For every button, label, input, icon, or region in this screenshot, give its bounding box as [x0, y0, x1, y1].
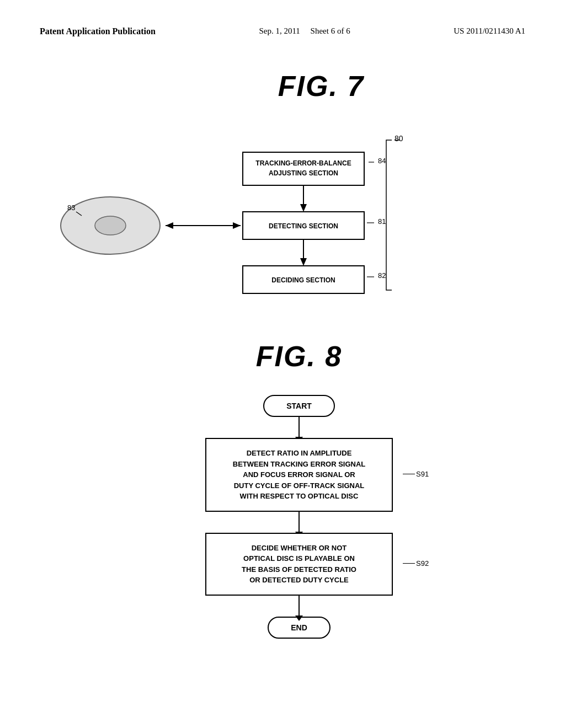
svg-text:83: 83 — [67, 204, 75, 212]
header-sheet: Sheet 6 of 6 — [311, 26, 350, 35]
step-s91-box: DETECT RATIO IN AMPLITUDEBETWEEN TRACKIN… — [205, 438, 393, 512]
ref-s91: S91 — [398, 465, 431, 484]
step-s92-box: DECIDE WHETHER OR NOTOPTICAL DISC IS PLA… — [205, 533, 393, 596]
svg-text:S92: S92 — [416, 559, 429, 567]
fig7-title: FIG. 7 — [278, 70, 364, 102]
step-s92-text: DECIDE WHETHER OR NOTOPTICAL DISC IS PLA… — [242, 544, 356, 585]
svg-text:TRACKING-ERROR-BALANCE: TRACKING-ERROR-BALANCE — [255, 159, 351, 167]
header-patent-number: US 2011/0211430 A1 — [454, 26, 525, 36]
ref-s92-svg: S92 — [398, 555, 431, 571]
step-s92-wrapper: DECIDE WHETHER OR NOTOPTICAL DISC IS PLA… — [205, 533, 393, 596]
svg-text:S91: S91 — [416, 469, 429, 478]
svg-marker-8 — [300, 204, 307, 212]
step-s91-wrapper: DETECT RATIO IN AMPLITUDEBETWEEN TRACKIN… — [205, 438, 393, 512]
page-header: Patent Application Publication Sep. 1, 2… — [0, 0, 565, 36]
fig7-svg: 80 84 TRACKING-ERROR-BALANCE ADJUSTING S… — [33, 125, 508, 312]
fig7-title-area: FIG. 7 — [77, 69, 565, 103]
header-date: Sep. 1, 2011 — [259, 26, 300, 35]
start-box: START — [263, 395, 335, 417]
svg-marker-21 — [233, 222, 241, 229]
fig7-diagram: 80 84 TRACKING-ERROR-BALANCE ADJUSTING S… — [33, 125, 565, 312]
svg-text:82: 82 — [378, 271, 386, 280]
step-s91-text: DETECT RATIO IN AMPLITUDEBETWEEN TRACKIN… — [233, 449, 366, 500]
svg-text:81: 81 — [378, 217, 386, 226]
fig8-title-area: FIG. 8 — [33, 340, 565, 373]
svg-text:DETECTING SECTION: DETECTING SECTION — [269, 222, 338, 230]
svg-text:DECIDING SECTION: DECIDING SECTION — [271, 276, 335, 284]
fig7-container: FIG. 7 80 84 TRACKING-ERROR-BALANCE ADJU… — [0, 69, 565, 312]
start-label: START — [286, 402, 312, 410]
svg-marker-14 — [300, 258, 307, 266]
svg-text:ADJUSTING SECTION: ADJUSTING SECTION — [269, 169, 338, 177]
ref-s91-svg: S91 — [398, 465, 431, 482]
ref-s92: S92 — [398, 555, 431, 573]
fig8-container: FIG. 8 START DETECT RATIO IN AMPLITUDEBE… — [0, 340, 565, 639]
svg-rect-4 — [243, 152, 364, 185]
svg-text:80: 80 — [395, 134, 403, 143]
header-publication-label: Patent Application Publication — [40, 26, 156, 36]
fig8-title: FIG. 8 — [256, 340, 342, 372]
svg-marker-20 — [166, 222, 173, 229]
header-date-sheet: Sep. 1, 2011 Sheet 6 of 6 — [259, 26, 350, 36]
fig8-diagram: START DETECT RATIO IN AMPLITUDEBETWEEN T… — [33, 395, 565, 639]
svg-point-23 — [95, 216, 126, 235]
svg-text:84: 84 — [378, 157, 386, 165]
end-label: END — [291, 623, 307, 632]
